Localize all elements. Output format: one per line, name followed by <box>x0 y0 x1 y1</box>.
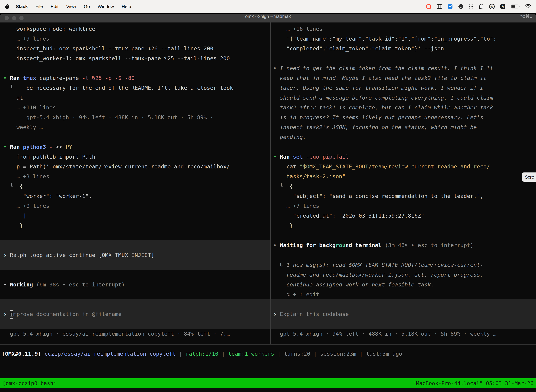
terminal-row: gpt-5.4 xhigh · essay/ai-reimplementatio… <box>0 329 270 339</box>
terminal-row: at <box>0 93 270 103</box>
menu-window[interactable]: Window <box>98 4 114 9</box>
terminal-row: inspect_worker-1: omx sparkshell --tmux-… <box>0 53 270 63</box>
screen-recording-stop-icon[interactable] <box>426 5 431 9</box>
terminal-row: └ be necessary for the end of the README… <box>0 83 270 93</box>
menu-edit[interactable]: Edit <box>51 4 58 9</box>
menu-help[interactable]: Help <box>122 4 131 9</box>
menu-bar: Slack File Edit View Go Window Help <box>0 0 536 13</box>
omx-status-line: [OMX#0.11.9] cczip/essay/ai-reimplementa… <box>2 349 536 359</box>
terminal-row: inspect_hud: omx sparkshell --tmux-pane … <box>0 44 270 53</box>
terminal-row: [OMX#0.11.9] cczip/essay/ai-reimplementa… <box>2 349 536 359</box>
input-source-icon[interactable]: A <box>500 4 505 9</box>
terminal-row: • Ran set -euo pipefail <box>271 152 536 162</box>
terminal-row: … +7 lines <box>271 201 536 211</box>
grid-icon[interactable] <box>437 5 442 9</box>
prompt-band-row: › Explain this codebase <box>271 309 536 319</box>
terminal-row: "completed","claim_token":"claim-token"}… <box>271 44 536 53</box>
terminal-row <box>0 63 270 73</box>
terminal-row: • Working (6m 38s • esc to interrupt) <box>0 280 270 289</box>
prompt-band-row <box>0 319 270 329</box>
pane-divider-horizontal[interactable] <box>0 344 536 345</box>
wifi-icon[interactable] <box>525 4 531 9</box>
terminal-row <box>0 289 270 299</box>
tmux-pane-right[interactable]: … +16 lines '{"team_name":"my-team","tas… <box>271 23 536 344</box>
prompt-band-row <box>0 240 270 250</box>
menu-view[interactable]: View <box>66 4 76 9</box>
menu-go[interactable]: Go <box>84 4 90 9</box>
prompt-band-row <box>271 319 536 329</box>
battery-icon[interactable] <box>511 5 519 9</box>
blue-app-icon[interactable] <box>448 4 453 9</box>
terminal-row <box>0 270 270 280</box>
terminal-row: • Waiting for background terminal (3m 46… <box>271 240 536 250</box>
tmux-session-window: [omx-cczip0:bash* <box>2 380 57 386</box>
terminal-row: from pathlib import Path <box>0 152 270 162</box>
terminal-row: … +16 lines <box>271 24 536 34</box>
terminal-row: • I need to get the claim token from the… <box>271 63 536 73</box>
menu-bar-status-icons: 61 A <box>426 4 531 9</box>
prompt-band-row <box>271 299 536 309</box>
terminal-row <box>0 230 270 240</box>
terminal-row <box>271 230 536 240</box>
terminal-row <box>271 142 536 152</box>
terminal-row: "subject": "send a concise recommendatio… <box>271 191 536 201</box>
prompt-band-row <box>0 260 270 270</box>
terminal-row: continue assigned work or next feasible … <box>271 280 536 289</box>
terminal-row: "created_at": "2026-03-31T11:59:27.816Z" <box>271 211 536 221</box>
terminal-row: ] <box>0 211 270 221</box>
terminal-row <box>0 132 270 142</box>
terminal-row: tasks/task-2.json" <box>271 171 536 181</box>
terminal-row: ↳ 1 new msg(s): read $OMX_TEAM_STATE_ROO… <box>271 260 536 270</box>
window-shortcut-hint: ⌥⌘1 <box>520 14 532 19</box>
terminal-row: later. Using the same for transition mig… <box>271 83 536 93</box>
terminal-row: is in progress? It seems likely but perh… <box>271 112 536 122</box>
menu-file[interactable]: File <box>36 4 43 9</box>
terminal-row: ⌥ + ↑ edit <box>271 289 536 299</box>
terminal-row: '{"team_name":"my-team","task_id":"1","f… <box>271 34 536 44</box>
terminal-row <box>271 53 536 63</box>
dots-grid-icon[interactable] <box>469 4 474 9</box>
tmux-host-clock: "MacBook-Pro-44.local" 05:03 31-Mar-26 <box>413 380 534 386</box>
battery-percentage-badge[interactable]: 61 <box>489 4 495 9</box>
terminal-row: … +3 lines <box>0 171 270 181</box>
terminal-row: • Ran tmux capture-pane -t %25 -p -S -80 <box>0 73 270 83</box>
terminal-row: workspace_mode: worktree <box>0 24 270 34</box>
terminal-row: "worker": "worker-1", <box>0 191 270 201</box>
terminal-row: should send a message before completing … <box>271 93 536 103</box>
terminal-row: … +110 lines <box>0 103 270 112</box>
ghost-icon[interactable] <box>479 4 483 9</box>
apple-logo-icon <box>5 4 9 9</box>
dark-app-icon[interactable] <box>458 4 463 9</box>
terminal-row: cat "$OMX_TEAM_STATE_ROOT/team/review-cu… <box>271 162 536 171</box>
terminal-row: └ { <box>271 181 536 191</box>
prompt-band-row <box>0 299 270 309</box>
active-app-name[interactable]: Slack <box>16 4 28 9</box>
terminal-row: readme-and-reco/mailbox/worker-1.json, a… <box>271 270 536 280</box>
terminal-row: } <box>271 221 536 230</box>
terminal-row <box>271 250 536 260</box>
terminal-row: inspect task2's JSON, focusing on the st… <box>271 122 536 132</box>
prompt-band-row: › Ralph loop active continue [OMX_TMUX_I… <box>0 250 270 260</box>
window-titlebar[interactable]: omx --xhigh --madmax ⌥⌘1 <box>0 14 536 23</box>
tmux-status-bar: [omx-cczip0:bash* "MacBook-Pro-44.local"… <box>0 378 536 388</box>
terminal-row: gpt-5.4 xhigh · 94% left · 488K in · 5.1… <box>271 329 536 339</box>
terminal-row: keep that in mind. Maybe I also need the… <box>271 73 536 83</box>
screen-tooltip: Scre <box>522 173 536 182</box>
terminal-row: pending. <box>271 132 536 142</box>
terminal-row: … +9 lines <box>0 201 270 211</box>
tmux-pane-left[interactable]: workspace_mode: worktree … +9 lines insp… <box>0 23 270 344</box>
terminal-row: p = Path('.omx/state/team/review-current… <box>0 162 270 171</box>
menu-bar-left: Slack File Edit View Go Window Help <box>5 4 131 9</box>
window-title: omx --xhigh --madmax <box>0 14 536 19</box>
terminal-row: gpt-5.4 xhigh · 94% left · 488K in · 5.1… <box>0 112 270 122</box>
prompt-band-row: › Improve documentation in @filename <box>0 309 270 319</box>
apple-menu[interactable] <box>5 4 9 9</box>
terminal[interactable]: workspace_mode: worktree … +9 lines insp… <box>0 23 536 392</box>
terminal-row: } <box>0 221 270 230</box>
terminal-row: weekly … <box>0 122 270 132</box>
terminal-row: └ { <box>0 181 270 191</box>
terminal-row: task2 after task1 is complete, but can I… <box>271 103 536 112</box>
terminal-row: • Ran python3 - <<'PY' <box>0 142 270 152</box>
terminal-row: … +9 lines <box>0 34 270 44</box>
